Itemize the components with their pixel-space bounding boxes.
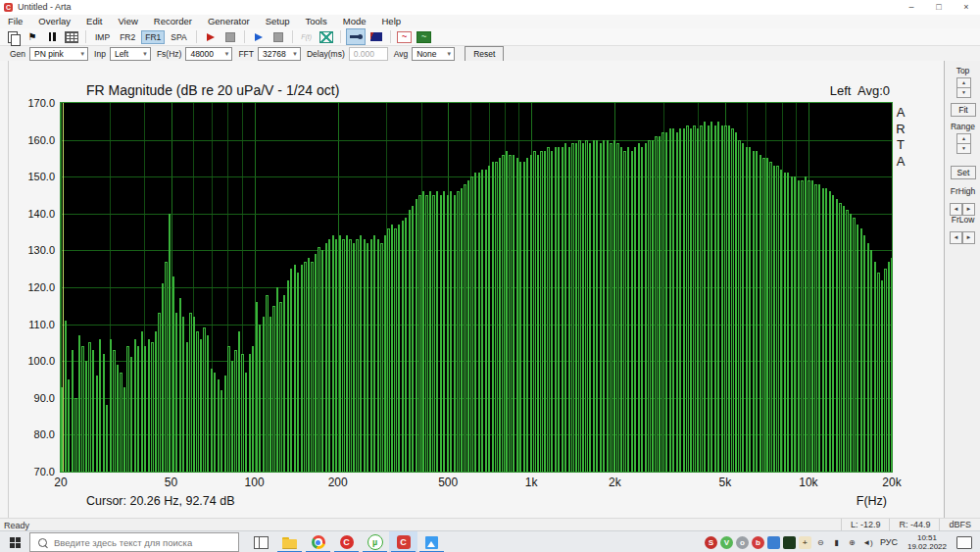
start-button[interactable] [0, 531, 29, 552]
frlow-right-button[interactable]: ► [962, 231, 975, 244]
imp-mode-button[interactable]: IMP [91, 30, 114, 44]
spectrum-bar [467, 180, 469, 472]
spectrum-bar [794, 176, 796, 472]
pause-icon[interactable] [43, 29, 61, 44]
menu-view[interactable]: View [110, 15, 145, 28]
ccleaner-tray-icon[interactable]: S [705, 536, 717, 549]
power-tray-icon[interactable]: ▮ [830, 536, 843, 549]
scope-icon[interactable] [318, 29, 335, 44]
menu-generator[interactable]: Generator [200, 15, 258, 28]
stop-icon[interactable] [270, 29, 287, 44]
fr2-mode-button[interactable]: FR2 [116, 30, 139, 44]
top-down-button[interactable]: ▼ [956, 87, 971, 98]
photos-taskbar-button[interactable] [417, 531, 446, 552]
spectrum-bar [787, 173, 789, 472]
close-button[interactable]: × [953, 0, 980, 15]
cloud-tray-icon[interactable]: o [736, 536, 749, 549]
spectrum-bar [474, 173, 476, 472]
set-button[interactable]: Set [951, 166, 976, 179]
wave-pink-icon[interactable]: ~ [396, 29, 414, 44]
fmeter-icon[interactable]: F(t) [298, 29, 316, 44]
ccleaner-taskbar-button[interactable]: C [332, 531, 361, 552]
flag-icon[interactable]: ⚑ [24, 29, 41, 44]
sample-rate-select[interactable]: 48000▼ [185, 47, 232, 61]
bluestacks-tray-icon[interactable] [767, 536, 780, 549]
fr1-mode-button[interactable]: FR1 [141, 30, 165, 44]
fit-button[interactable]: Fit [951, 103, 976, 117]
spectrum-bar [179, 298, 181, 472]
menu-tools[interactable]: Tools [298, 15, 335, 28]
spectrum-bar [81, 346, 83, 472]
menu-overlay[interactable]: Overlay [30, 15, 78, 28]
copy-icon[interactable] [4, 29, 22, 44]
spectrum-bar [742, 143, 744, 472]
spectrum-bar [332, 235, 334, 472]
maximize-button[interactable]: □ [925, 0, 953, 15]
arta-taskbar-button[interactable]: C [389, 531, 417, 552]
spectrum-icon[interactable] [368, 29, 385, 44]
spa-mode-button[interactable]: SPA [167, 30, 190, 44]
reset-button[interactable]: Reset [465, 46, 504, 62]
explorer-taskbar-button[interactable] [275, 531, 304, 552]
taskbar-clock[interactable]: 10:5119.02.2022 [904, 533, 951, 551]
utorrent-taskbar-button[interactable]: µ [361, 531, 389, 552]
spectrum-bar [746, 147, 748, 472]
plot-control-sidebar: Top▲▼FitRange▲▼SetFrHigh◄►FrLow◄► [944, 61, 980, 518]
spectrum-bar [492, 162, 494, 472]
frlow-left-button[interactable]: ◄ [950, 231, 962, 244]
chrome-taskbar-button[interactable] [304, 531, 332, 552]
record-stop-icon[interactable] [221, 29, 239, 44]
spectrum-bar [113, 350, 115, 472]
spectrum-bar [808, 180, 809, 472]
menu-setup[interactable]: Setup [258, 15, 298, 28]
spectrum-bar [555, 147, 557, 472]
spectrum-bar [881, 280, 883, 473]
spectrum-plot[interactable] [60, 102, 893, 473]
nvidia-tray-icon[interactable] [783, 536, 796, 549]
volume-tray-icon[interactable]: ◄) [861, 536, 874, 549]
clock-time: 10:51 [907, 533, 947, 542]
search-input[interactable] [52, 536, 222, 549]
viber-tray-icon[interactable]: V [720, 536, 733, 549]
menu-edit[interactable]: Edit [78, 15, 110, 28]
defender-tray-icon[interactable]: + [799, 536, 811, 549]
spectrum-bar [547, 147, 549, 472]
spectrum-bar [304, 262, 306, 472]
spectrum-bar [655, 136, 657, 472]
minimize-button[interactable]: – [898, 0, 925, 15]
averaging-select[interactable]: None▼ [412, 47, 455, 61]
task-view-taskbar-button[interactable] [247, 531, 275, 552]
wave-green-icon[interactable]: ~ [416, 29, 433, 44]
spectrum-bar [481, 170, 483, 472]
opera-tray-icon[interactable]: b [752, 536, 764, 549]
spectrum-bar [558, 147, 560, 472]
delay-input[interactable]: 0.000 [349, 47, 388, 61]
menu-mode[interactable]: Mode [335, 15, 374, 28]
fft-size-select[interactable]: 32768▼ [258, 47, 301, 61]
search-icon [38, 538, 47, 547]
ccleaner-icon: C [340, 535, 354, 549]
menu-file[interactable]: File [0, 15, 30, 28]
record-play-icon[interactable] [202, 29, 220, 44]
grid-icon[interactable] [63, 29, 80, 44]
language-indicator[interactable]: РУС [874, 537, 904, 547]
spectrum-bar [231, 361, 233, 472]
spectrum-bar [735, 132, 737, 472]
spectrum-bar [405, 218, 407, 472]
spectrum-bar [519, 162, 521, 472]
spectrum-bar [551, 151, 553, 472]
spectrum-bar [346, 235, 348, 472]
network-tray-icon[interactable]: ⊕ [846, 536, 858, 549]
notification-center-icon[interactable] [956, 536, 972, 549]
probe-icon[interactable] [346, 28, 366, 45]
spectrum-bar [600, 143, 602, 472]
taskbar-search[interactable] [29, 532, 239, 552]
spectrum-bar [72, 350, 74, 472]
input-channel-select[interactable]: Left▼ [110, 47, 151, 61]
display-tray-icon[interactable]: ⊖ [814, 536, 827, 549]
menu-help[interactable]: Help [373, 15, 409, 28]
generator-select[interactable]: PN pink▼ [29, 47, 88, 61]
play-icon[interactable] [250, 29, 268, 44]
menu-recorder[interactable]: Recorder [146, 15, 200, 28]
range-down-button[interactable]: ▼ [956, 143, 971, 154]
